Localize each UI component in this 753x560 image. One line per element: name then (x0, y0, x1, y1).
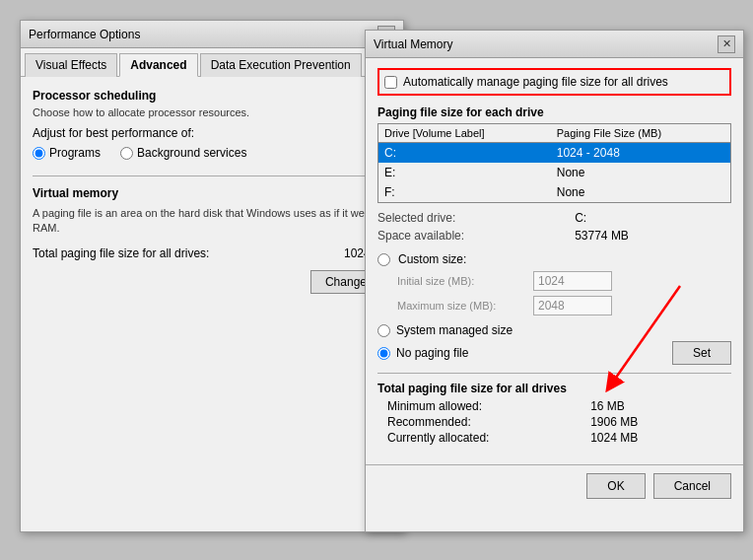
background-services-option[interactable]: Background services (120, 146, 246, 160)
total-drives-section: Total paging file size for all drives Mi… (377, 373, 731, 445)
total-drives-title: Total paging file size for all drives (377, 382, 731, 395)
drive-c-letter: C: (378, 143, 551, 164)
drive-col-header: Drive [Volume Label] (378, 124, 551, 143)
custom-size-section: Custom size: Initial size (MB): Maximum … (377, 252, 731, 315)
size-col-header: Paging File Size (MB) (551, 124, 731, 143)
background-label: Background services (137, 146, 246, 160)
space-available-label: Space available: (377, 229, 567, 243)
virtual-memory-window: Virtual Memory ✕ Automatically manage pa… (365, 30, 744, 532)
ok-button[interactable]: OK (586, 473, 645, 499)
selected-drive-value: C: (575, 211, 731, 225)
custom-size-row: Custom size: (377, 252, 731, 266)
total-paging-row: Total paging file size for all drives: 1… (33, 246, 391, 260)
no-paging-label: No paging file (396, 346, 468, 360)
currently-allocated-label: Currently allocated: (387, 431, 582, 445)
drive-table: Drive [Volume Label] Paging File Size (M… (377, 123, 731, 203)
initial-size-input[interactable] (533, 271, 612, 291)
total-paging-label: Total paging file size for all drives: (33, 246, 209, 260)
total-drives-grid: Minimum allowed: 16 MB Recommended: 1906… (377, 399, 731, 445)
drive-c-size: 1024 - 2048 (551, 143, 731, 164)
min-allowed-value: 16 MB (590, 399, 731, 413)
drive-row-e[interactable]: E: None (378, 163, 731, 182)
virtual-section-title: Virtual memory (33, 186, 391, 200)
no-paging-radio[interactable] (377, 347, 390, 360)
min-allowed-label: Minimum allowed: (387, 399, 582, 413)
virt-content: Automatically manage paging file size fo… (366, 58, 743, 464)
currently-allocated-value: 1024 MB (590, 431, 731, 445)
perf-window-title: Performance Options (29, 28, 140, 41)
system-managed-label: System managed size (396, 323, 513, 337)
programs-option[interactable]: Programs (33, 146, 101, 160)
performance-radio-group: Programs Background services (33, 146, 391, 160)
auto-manage-checkbox[interactable] (384, 76, 397, 89)
drive-e-size: None (551, 163, 731, 182)
tab-visual-effects[interactable]: Visual Effects (25, 53, 117, 77)
perf-content: Processor scheduling Choose how to alloc… (21, 77, 403, 306)
virtual-section-desc: A paging file is an area on the hard dis… (33, 206, 391, 237)
virt-titlebar: Virtual Memory ✕ (366, 31, 743, 58)
initial-size-label: Initial size (MB): (397, 275, 525, 287)
tab-dep[interactable]: Data Execution Prevention (200, 53, 362, 77)
maximum-size-label: Maximum size (MB): (397, 300, 525, 312)
drive-section-label: Paging file size for each drive (377, 105, 731, 119)
divider-1 (33, 175, 391, 176)
drive-f-letter: F: (378, 182, 551, 203)
drive-row-c[interactable]: C: 1024 - 2048 (378, 143, 731, 164)
maximum-size-row: Maximum size (MB): (377, 296, 731, 315)
performance-options-window: Performance Options ✕ Visual Effects Adv… (20, 20, 404, 532)
auto-manage-row: Automatically manage paging file size fo… (377, 68, 731, 96)
auto-manage-label: Automatically manage paging file size fo… (403, 75, 668, 89)
drive-info-grid: Selected drive: C: Space available: 5377… (377, 211, 731, 243)
selected-drive-label: Selected drive: (377, 211, 567, 225)
no-paging-row: No paging file Set (377, 341, 731, 365)
programs-radio[interactable] (33, 147, 45, 160)
drive-e-letter: E: (378, 163, 551, 182)
processor-section-desc: Choose how to allocate processor resourc… (33, 106, 391, 118)
perf-titlebar: Performance Options ✕ (21, 21, 403, 48)
virt-footer: OK Cancel (366, 464, 743, 507)
cancel-button[interactable]: Cancel (653, 473, 731, 499)
system-managed-row: System managed size (377, 323, 731, 337)
recommended-label: Recommended: (387, 415, 582, 429)
space-available-value: 53774 MB (575, 229, 731, 243)
set-button[interactable]: Set (672, 341, 731, 365)
recommended-value: 1906 MB (590, 415, 731, 429)
maximum-size-input[interactable] (533, 296, 612, 315)
virt-window-title: Virtual Memory (374, 37, 452, 51)
custom-size-radio[interactable] (377, 253, 390, 266)
initial-size-row: Initial size (MB): (377, 271, 731, 291)
background-radio[interactable] (120, 147, 133, 160)
no-paging-option: No paging file (377, 346, 468, 360)
tab-advanced[interactable]: Advanced (119, 53, 197, 77)
system-managed-radio[interactable] (377, 324, 390, 337)
processor-section-title: Processor scheduling (33, 89, 391, 103)
drive-f-size: None (551, 182, 731, 203)
managed-radio-section: System managed size No paging file Set (377, 323, 731, 365)
virt-close-button[interactable]: ✕ (718, 35, 735, 53)
custom-size-label: Custom size: (398, 252, 466, 266)
tabs-bar: Visual Effects Advanced Data Execution P… (21, 48, 403, 77)
programs-label: Programs (49, 146, 101, 160)
adjust-label: Adjust for best performance of: (33, 126, 391, 140)
drive-row-f[interactable]: F: None (378, 182, 731, 203)
